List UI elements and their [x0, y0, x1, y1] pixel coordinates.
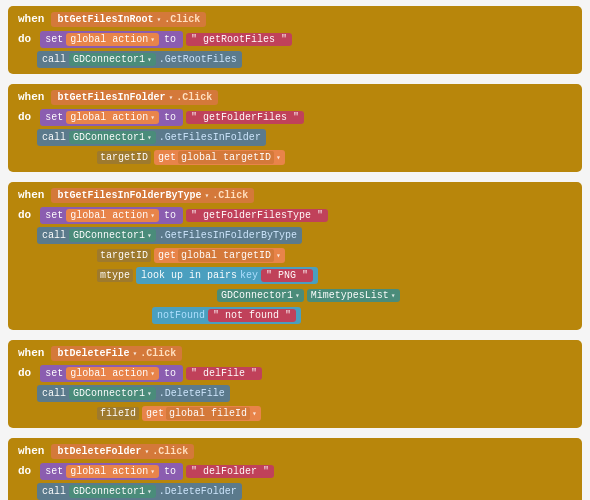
do-label: do	[14, 365, 35, 381]
event-block[interactable]: btGetFilesInFolder▾.Click	[51, 90, 218, 105]
connector-block[interactable]: GDConnector1▾	[69, 131, 156, 144]
when-row: whenbtGetFilesInRoot▾.Click	[14, 10, 576, 28]
dropdown-arrow-icon: ▾	[147, 389, 152, 398]
when-row: whenbtDeleteFile▾.Click	[14, 344, 576, 362]
pairs-row: GDConnector1▾MimetypesList▾	[14, 286, 576, 304]
call-block[interactable]: callGDConnector1▾.DeleteFile	[37, 385, 230, 402]
pairs-connector-block[interactable]: GDConnector1▾	[217, 289, 304, 302]
connector-block[interactable]: GDConnector1▾	[69, 53, 156, 66]
get-global-block[interactable]: getglobal fileId▾	[142, 406, 261, 421]
call-block[interactable]: callGDConnector1▾.DeleteFolder	[37, 483, 242, 500]
global-var-block[interactable]: global action▾	[66, 111, 159, 124]
set-block[interactable]: setglobal action▾to	[40, 463, 183, 480]
param-label: targetID	[97, 151, 151, 164]
get-label: get	[158, 152, 176, 163]
get-label: get	[158, 250, 176, 261]
lookup-label: look up in pairs	[141, 270, 237, 281]
global-label: global action	[70, 34, 148, 45]
dropdown-arrow-icon: ▾	[147, 133, 152, 142]
param-label: targetID	[97, 249, 151, 262]
block-group-4: whenbtDeleteFile▾.Clickdosetglobal actio…	[8, 340, 582, 428]
string-value-block: " getFolderFiles "	[186, 111, 304, 124]
lookup-block[interactable]: look up in pairskey" PNG "	[136, 267, 318, 284]
block-group-2: whenbtGetFilesInFolder▾.Clickdosetglobal…	[8, 84, 582, 172]
call-label: call	[42, 54, 66, 65]
event-name: btGetFilesInRoot	[57, 14, 153, 25]
dropdown-arrow-icon: ▾	[276, 153, 281, 162]
dropdown-arrow-icon: ▾	[147, 55, 152, 64]
get-global-block[interactable]: getglobal targetID▾	[154, 248, 285, 263]
dropdown-arrow-icon: ▾	[150, 211, 155, 220]
global-var-block[interactable]: global action▾	[66, 209, 159, 222]
event-suffix: .Click	[140, 348, 176, 359]
do-label: do	[14, 31, 35, 47]
connector-name: GDConnector1	[73, 486, 145, 497]
call-label: call	[42, 132, 66, 143]
mtype-row: mtypelook up in pairskey" PNG "	[14, 266, 576, 284]
call-row: callGDConnector1▾.DeleteFile	[14, 384, 576, 402]
key-value-block: " PNG "	[261, 269, 313, 282]
call-row: callGDConnector1▾.DeleteFolder	[14, 482, 576, 500]
do-row: dosetglobal action▾to" getFolderFilesTyp…	[14, 206, 576, 224]
event-name: btGetFilesInFolderByType	[57, 190, 201, 201]
connector-block[interactable]: GDConnector1▾	[69, 485, 156, 498]
event-name: btDeleteFile	[57, 348, 129, 359]
event-block[interactable]: btGetFilesInFolderByType▾.Click	[51, 188, 254, 203]
set-block[interactable]: setglobal action▾to	[40, 207, 183, 224]
method-label: .GetRootFiles	[159, 54, 237, 65]
param-row: targetIDgetglobal targetID▾	[14, 246, 576, 264]
dropdown-arrow-icon: ▾	[156, 15, 161, 24]
set-block[interactable]: setglobal action▾to	[40, 365, 183, 382]
string-value-block: " getRootFiles "	[186, 33, 292, 46]
method-label: .GetFilesInFolder	[159, 132, 261, 143]
dropdown-arrow-icon: ▾	[168, 93, 173, 102]
pairs-method-block[interactable]: MimetypesList▾	[307, 289, 400, 302]
to-label: to	[162, 209, 178, 222]
set-block[interactable]: setglobal action▾to	[40, 31, 183, 48]
block-group-5: whenbtDeleteFolder▾.Clickdosetglobal act…	[8, 438, 582, 500]
do-label: do	[14, 109, 35, 125]
method-label: .DeleteFolder	[159, 486, 237, 497]
dropdown-arrow-icon: ▾	[252, 409, 257, 418]
event-suffix: .Click	[176, 92, 212, 103]
when-label: when	[14, 11, 48, 27]
when-label: when	[14, 443, 48, 459]
param-row: targetIDgetglobal targetID▾	[14, 148, 576, 166]
param-row: fileIdgetglobal fileId▾	[14, 404, 576, 422]
call-block[interactable]: callGDConnector1▾.GetFilesInFolderByType	[37, 227, 302, 244]
call-row: callGDConnector1▾.GetFilesInFolder	[14, 128, 576, 146]
set-block[interactable]: setglobal action▾to	[40, 109, 183, 126]
event-block[interactable]: btDeleteFile▾.Click	[51, 346, 182, 361]
dropdown-arrow-icon: ▾	[150, 35, 155, 44]
event-block[interactable]: btGetFilesInRoot▾.Click	[51, 12, 206, 27]
to-label: to	[162, 33, 178, 46]
dropdown-arrow-icon: ▾	[144, 447, 149, 456]
connector-block[interactable]: GDConnector1▾	[69, 387, 156, 400]
dropdown-arrow-icon: ▾	[391, 291, 396, 300]
connector-block[interactable]: GDConnector1▾	[69, 229, 156, 242]
to-label: to	[162, 111, 178, 124]
global-label: global action	[70, 112, 148, 123]
dropdown-arrow-icon: ▾	[276, 251, 281, 260]
call-block[interactable]: callGDConnector1▾.GetRootFiles	[37, 51, 242, 68]
event-block[interactable]: btDeleteFolder▾.Click	[51, 444, 194, 459]
when-label: when	[14, 187, 48, 203]
string-value-block: " delFile "	[186, 367, 262, 380]
mtype-label: mtype	[97, 269, 133, 282]
global-var-block[interactable]: global action▾	[66, 465, 159, 478]
global-var-block[interactable]: global action▾	[66, 33, 159, 46]
do-label: do	[14, 207, 35, 223]
when-row: whenbtGetFilesInFolder▾.Click	[14, 88, 576, 106]
call-block[interactable]: callGDConnector1▾.GetFilesInFolder	[37, 129, 266, 146]
block-group-3: whenbtGetFilesInFolderByType▾.Clickdoset…	[8, 182, 582, 330]
dropdown-arrow-icon: ▾	[147, 487, 152, 496]
set-label: set	[45, 466, 63, 477]
do-row: dosetglobal action▾to" delFolder "	[14, 462, 576, 480]
get-global-block[interactable]: getglobal targetID▾	[154, 150, 285, 165]
event-suffix: .Click	[212, 190, 248, 201]
string-value-block: " getFolderFilesType "	[186, 209, 328, 222]
call-row: callGDConnector1▾.GetFilesInFolderByType	[14, 226, 576, 244]
global-var-block[interactable]: global action▾	[66, 367, 159, 380]
global-var-label: global fileId	[166, 407, 250, 420]
dropdown-arrow-icon: ▾	[150, 467, 155, 476]
